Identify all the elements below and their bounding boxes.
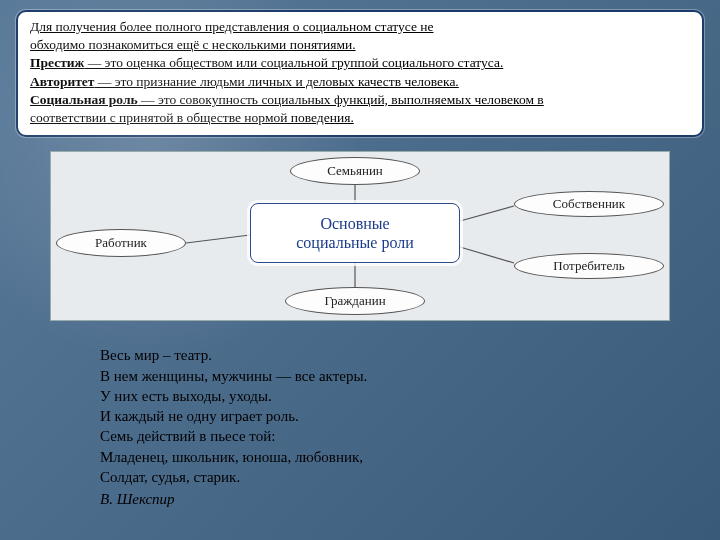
intro-line2: обходимо познакомиться ещё с несколькими… bbox=[30, 37, 356, 52]
quote-line-2: В нем женщины, мужчины — все актеры. bbox=[100, 366, 720, 386]
definitions-box: Для получения более полного представлени… bbox=[16, 10, 704, 137]
term-social-role: Социальная роль bbox=[30, 92, 138, 107]
def-social-role-1: — это совокупность социальных функций, в… bbox=[138, 92, 544, 107]
intro-line1: Для получения более полного представлени… bbox=[30, 19, 434, 34]
term-prestige: Престиж bbox=[30, 55, 84, 70]
def-prestige: — это оценка обществом или социальной гр… bbox=[84, 55, 503, 70]
center-line2: социальные роли bbox=[251, 233, 459, 252]
quote-line-5: Семь действий в пьесе той: bbox=[100, 426, 720, 446]
def-social-role-2: соответствии с принятой в обществе нормо… bbox=[30, 110, 354, 125]
quote-line-7: Солдат, судья, старик. bbox=[100, 467, 720, 487]
shakespeare-quote: Весь мир – театр. В нем женщины, мужчины… bbox=[100, 345, 720, 509]
def-authority: — это признание людьми личных и деловых … bbox=[94, 74, 458, 89]
roles-diagram: Семьянин Работник Собственник Потребител… bbox=[50, 151, 670, 321]
term-authority: Авторитет bbox=[30, 74, 94, 89]
center-line1: Основные bbox=[251, 214, 459, 233]
quote-line-4: И каждый не одну играет роль. bbox=[100, 406, 720, 426]
quote-line-3: У них есть выходы, уходы. bbox=[100, 386, 720, 406]
diagram-center: Основные социальные роли bbox=[250, 203, 460, 263]
quote-line-1: Весь мир – театр. bbox=[100, 345, 720, 365]
quote-author: В. Шекспир bbox=[100, 489, 720, 509]
quote-line-6: Младенец, школьник, юноша, любовник, bbox=[100, 447, 720, 467]
